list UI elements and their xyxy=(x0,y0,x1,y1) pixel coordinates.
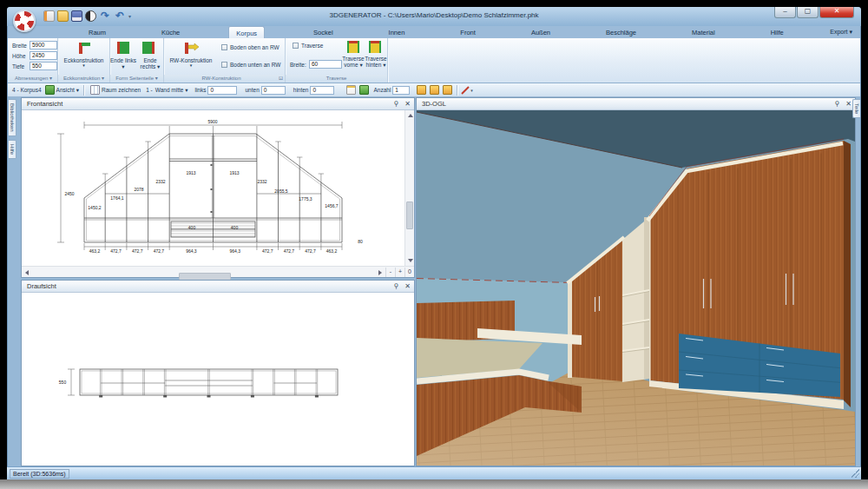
wardrobe-side xyxy=(844,141,851,407)
left-dock-tabs: Bibliotheken Hilfe xyxy=(9,99,20,162)
tab-beschlaege[interactable]: Beschläge xyxy=(599,26,643,38)
svg-text:472,7: 472,7 xyxy=(132,248,143,254)
hoehe-input[interactable]: 2450 xyxy=(30,51,57,60)
tab-raum[interactable]: Raum xyxy=(82,26,113,38)
ogl-header: 3D-OGL ⚲ ✕ xyxy=(417,98,855,110)
tiefe-input[interactable]: 550 xyxy=(30,62,57,70)
liste-icon[interactable] xyxy=(346,85,356,95)
group-label-rw[interactable]: RW-Konstruktion⊡ xyxy=(164,75,285,83)
svg-text:463,2: 463,2 xyxy=(89,248,101,254)
breite-input[interactable]: 5900 xyxy=(30,41,57,50)
ende-rechts-button[interactable]: Ende rechts ▾ xyxy=(137,57,163,70)
resize-grip[interactable] xyxy=(851,469,859,478)
titlebar: ↷ ↶ ▾ 3DGENERATOR - C:\Users\Mario\Deskt… xyxy=(7,7,861,26)
tab-kueche[interactable]: Küche xyxy=(155,26,187,38)
tab-hilfe-dock[interactable]: Hilfe xyxy=(9,140,16,159)
svg-text:1450,2: 1450,2 xyxy=(88,205,102,210)
svg-text:964,3: 964,3 xyxy=(186,248,197,254)
svg-text:2078: 2078 xyxy=(134,187,143,192)
rw-konstruktion-icon xyxy=(183,41,201,55)
korpus-kopieren-icon[interactable] xyxy=(417,85,426,95)
svg-text:400: 400 xyxy=(231,225,239,230)
tab-front[interactable]: Front xyxy=(453,26,483,38)
rw-konstruktion-button[interactable]: RW-Konstruktion▾ xyxy=(164,57,218,69)
tab-bibliotheken[interactable]: Bibliotheken xyxy=(9,99,16,136)
korpus-loeschen-icon[interactable] xyxy=(443,85,452,95)
export-button[interactable]: Export ▾ xyxy=(830,29,852,36)
unten-input[interactable]: 0 xyxy=(261,86,286,95)
front-hscrollbar[interactable]: - + 0 xyxy=(22,266,414,277)
svg-text:5900: 5900 xyxy=(207,119,217,124)
draufsicht-panel: Draufsicht ⚲ ✕ xyxy=(21,280,415,466)
svg-text:472,7: 472,7 xyxy=(110,248,122,254)
group-label-traverse[interactable]: Traverse xyxy=(286,75,387,83)
left-unit-side xyxy=(568,281,572,378)
hinten-input[interactable]: 0 xyxy=(310,86,334,95)
frontansicht-canvas[interactable]: 5900 2450 80 1450,2 1764,1 2078 2332 191… xyxy=(22,110,404,266)
close-button[interactable]: ✕ xyxy=(819,7,854,18)
draufsicht-canvas[interactable]: 550 xyxy=(22,293,414,466)
group-traverse: Traverse Breite: 60 Traverse vorne ▾ Tra… xyxy=(286,38,388,83)
breite-label: Breite xyxy=(12,43,30,49)
group-eckkonstruktion: Eckkonstruktion▾ Eckkonstruktion ▾ xyxy=(58,38,110,83)
zoom-out-button[interactable]: - xyxy=(385,268,395,277)
taskbar-strip xyxy=(0,479,868,489)
main-area: Bibliotheken Hilfe Frontansicht ⚲ ✕ xyxy=(8,97,860,466)
ogl-canvas[interactable] xyxy=(417,110,855,466)
raum-zeichnen-button[interactable]: Raum zeichnen xyxy=(102,87,141,93)
links-input[interactable]: 0 xyxy=(207,86,237,95)
boden-unten-checkbox[interactable]: Boden unten an RW xyxy=(221,62,280,68)
screen: ↷ ↶ ▾ 3DGENERATOR - C:\Users\Mario\Deskt… xyxy=(0,0,868,489)
uebernehmen-icon[interactable] xyxy=(359,85,369,95)
tab-material[interactable]: Material xyxy=(685,26,722,38)
close-panel-icon[interactable]: ✕ xyxy=(404,100,411,108)
boden-oben-checkbox[interactable]: Boden oben an RW xyxy=(221,44,279,50)
app-menu-orb[interactable] xyxy=(13,10,36,32)
traverse-hinten-button[interactable]: Traverse hinten ▾ xyxy=(362,56,390,69)
group-rw-konstruktion: RW-Konstruktion▾ Boden oben an RW Boden … xyxy=(164,38,286,83)
tiefe-label: Tiefe xyxy=(12,63,30,69)
close-panel-icon[interactable]: ✕ xyxy=(845,100,852,108)
group-label-abmessungen[interactable]: Abmessungen ▾ xyxy=(10,75,57,83)
ansicht-icon xyxy=(45,85,55,95)
svg-text:1913: 1913 xyxy=(186,170,195,175)
tab-aussen[interactable]: Außen xyxy=(524,26,557,38)
pin-icon[interactable]: ⚲ xyxy=(392,100,400,108)
traverse-vorne-icon xyxy=(346,40,360,54)
close-panel-icon[interactable]: ✕ xyxy=(404,282,411,290)
tab-hilfe[interactable]: Hilfe xyxy=(764,26,791,38)
svg-text:1456,7: 1456,7 xyxy=(325,203,339,208)
anzahl-label: Anzahl xyxy=(373,87,391,93)
links-label: links xyxy=(194,87,206,93)
wand-dropdown[interactable]: Wand mitte ▾ xyxy=(155,87,188,94)
korpus-selector[interactable]: 4 - Korpus4 xyxy=(12,87,42,93)
maximize-button[interactable]: ▢ xyxy=(797,7,819,18)
3d-scene xyxy=(417,110,855,466)
right-dock-tab[interactable]: Teile xyxy=(852,99,860,118)
traverse-breite-input[interactable]: 60 xyxy=(309,60,342,69)
zoom-reset-button[interactable]: 0 xyxy=(404,268,414,277)
hoehe-label: Höhe xyxy=(12,53,30,59)
stift-icon[interactable] xyxy=(460,85,470,96)
svg-text:472,7: 472,7 xyxy=(305,248,316,254)
pin-icon[interactable]: ⚲ xyxy=(392,282,400,290)
zoom-in-button[interactable]: + xyxy=(395,268,404,277)
traverse-checkbox[interactable]: Traverse xyxy=(293,43,323,49)
draufsicht-header: Draufsicht ⚲ ✕ xyxy=(22,281,414,293)
pin-icon[interactable]: ⚲ xyxy=(833,100,841,108)
tab-korpus[interactable]: Korpus xyxy=(228,26,265,38)
statusbar: Bereit (3D:5636ms) xyxy=(7,466,861,479)
eckkonstruktion-button[interactable]: Eckkonstruktion▾ xyxy=(58,57,109,69)
minimize-button[interactable]: – xyxy=(774,7,796,18)
ansicht-dropdown[interactable]: Ansicht ▾ xyxy=(56,87,79,94)
tab-innen[interactable]: Innen xyxy=(382,26,412,38)
traverse-breite-label: Breite: xyxy=(290,62,309,68)
window-buttons: – ▢ ✕ xyxy=(774,7,854,18)
group-label-eck[interactable]: Eckkonstruktion ▾ xyxy=(58,75,109,83)
anzahl-input[interactable]: 1 xyxy=(392,86,410,95)
ende-links-button[interactable]: Ende links ▾ xyxy=(110,57,136,70)
korpus-einfuegen-icon[interactable] xyxy=(430,85,439,95)
front-vscrollbar[interactable] xyxy=(404,110,414,266)
tab-sockel[interactable]: Sockel xyxy=(306,26,340,38)
group-label-form[interactable]: Form Seitenteile ▾ xyxy=(110,75,163,83)
